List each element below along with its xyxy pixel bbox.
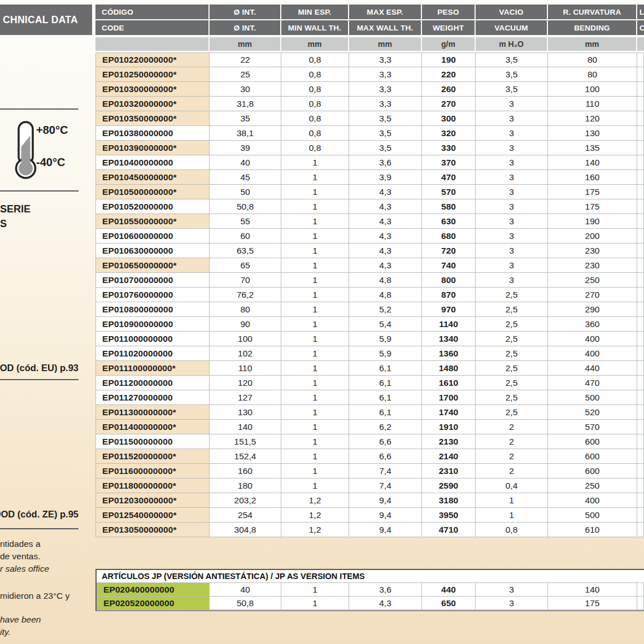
value-cell: 3,5 (476, 53, 548, 67)
table-body: EP010220000000*220,83,31903,580EP0102500… (95, 53, 644, 537)
value-cell: 3 (476, 243, 548, 258)
catalog-technical-data-page: { "colors": { "header_gray": "#6b6c6e", … (0, 0, 644, 644)
value-cell: 76,2 (210, 288, 281, 302)
value-cell: 650 (422, 597, 476, 610)
value-cell: 5,9 (349, 332, 422, 346)
value-cell: 360 (548, 317, 637, 332)
value-cell: 3 (476, 258, 548, 273)
code-cell: EP011020000000 (95, 346, 210, 361)
value-cell: 570 (422, 185, 476, 199)
table-row: EP02052000000050,814,36503175 (97, 597, 644, 610)
column-header: CO (637, 20, 644, 35)
code-cell: EP011500000000 (95, 434, 210, 449)
table-row: EP010320000000*31,80,83,32703110 (95, 97, 644, 111)
value-cell: 1 (281, 214, 349, 229)
table-row: EP011600000000*16017,423102600 (95, 464, 644, 478)
value-cell: 500 (548, 390, 637, 405)
value-cell: 45 (210, 170, 281, 185)
table-row: EP011300000000*13016,117402,5520 (95, 405, 644, 420)
value-cell: 1 (281, 449, 349, 464)
value-cell: 4,3 (349, 258, 422, 273)
value-cell: 80 (548, 53, 637, 67)
footnote-line: de ventas. (0, 551, 41, 562)
code-cell: EP010390000000* (95, 141, 210, 155)
footnote-line: midieron a 23°C y (0, 591, 69, 601)
value-cell: 0,4 (476, 478, 548, 493)
value-cell: 1 (281, 170, 349, 185)
value-cell: 55 (210, 214, 281, 229)
column-header (637, 37, 644, 51)
code-cell: EP010400000000 (95, 155, 210, 170)
value-cell: 1 (281, 376, 349, 390)
empty-cell (637, 82, 644, 97)
value-cell: 140 (548, 155, 637, 170)
value-cell: 9,4 (349, 508, 422, 523)
value-cell: 6,2 (349, 420, 422, 434)
value-cell: 60 (210, 229, 281, 243)
column-header: LO (637, 5, 644, 19)
empty-cell (637, 126, 644, 141)
value-cell: 70 (210, 273, 281, 288)
table-row: EP01127000000012716,117002,5500 (95, 390, 644, 405)
value-cell: 6,1 (349, 376, 422, 390)
column-header: MIN WALL TH. (281, 20, 349, 35)
footnote-line: r sales office (0, 564, 49, 574)
empty-cell (637, 199, 644, 214)
value-cell: 2130 (422, 434, 476, 449)
value-cell: 4,3 (349, 199, 422, 214)
value-cell: 1 (281, 185, 349, 199)
table-row: EP0106000000006014,36803200 (95, 229, 644, 243)
value-cell: 1 (281, 390, 349, 405)
value-cell: 151,5 (210, 434, 281, 449)
value-cell: 130 (548, 126, 637, 141)
code-cell: EP011800000000* (95, 478, 210, 493)
header-row-es: CÓDIGOØ INT.MIN ESP.MAX ESP.PESOVACIOR. … (95, 5, 644, 19)
table-row: EP01052000000050,814,35803175 (95, 199, 644, 214)
value-cell: 50,8 (210, 199, 281, 214)
table-row: EP010350000000*350,83,53003120 (95, 111, 644, 126)
value-cell: 1 (281, 434, 349, 449)
empty-cell (637, 67, 644, 82)
table-row: EP01100000000010015,913402,5400 (95, 332, 644, 346)
value-cell: 0,8 (476, 523, 548, 537)
column-header (95, 37, 210, 51)
value-cell: 2310 (422, 464, 476, 478)
serie-label: SERIE S (0, 202, 31, 231)
table-row: EP0109000000009015,411402,5360 (95, 317, 644, 332)
code-cell: EP011520000000* (95, 449, 210, 464)
value-cell: 120 (210, 376, 281, 390)
value-cell: 1 (281, 258, 349, 273)
value-cell: 1 (281, 229, 349, 243)
value-cell: 1,2 (281, 493, 349, 508)
serie-line-1: SERIE (0, 202, 31, 216)
value-cell: 1 (281, 302, 349, 317)
empty-cell (637, 111, 644, 126)
value-cell: 152,4 (210, 449, 281, 464)
value-cell: 254 (210, 508, 281, 523)
column-header: BENDING (548, 20, 637, 35)
value-cell: 200 (548, 229, 637, 243)
empty-cell (637, 170, 644, 185)
value-cell: 3,5 (349, 126, 422, 141)
code-cell: EP011600000000* (95, 464, 210, 478)
value-cell: 5,4 (349, 317, 422, 332)
value-cell: 3 (476, 273, 548, 288)
table-row: EP01038000000038,10,83,53203130 (95, 126, 644, 141)
value-cell: 0,8 (281, 67, 349, 82)
column-header: CODE (95, 20, 210, 35)
technical-data-band: CHNICAL DATA (0, 5, 92, 35)
value-cell: 330 (422, 141, 476, 155)
column-header: MAX ESP. (349, 5, 422, 19)
code-cell: EP010760000000 (95, 288, 210, 302)
value-cell: 370 (422, 155, 476, 170)
table-row: EP011100000000*11016,114802,5440 (95, 361, 644, 376)
value-cell: 9,4 (349, 493, 422, 508)
value-cell: 400 (548, 346, 637, 361)
value-cell: 0,8 (281, 126, 349, 141)
column-header: Ø INT. (210, 20, 281, 35)
value-cell: 3180 (422, 493, 476, 508)
value-cell: 220 (422, 67, 476, 82)
value-cell: 175 (548, 185, 637, 199)
temp-max-label: +80°C (36, 124, 68, 137)
value-cell: 175 (548, 597, 637, 610)
